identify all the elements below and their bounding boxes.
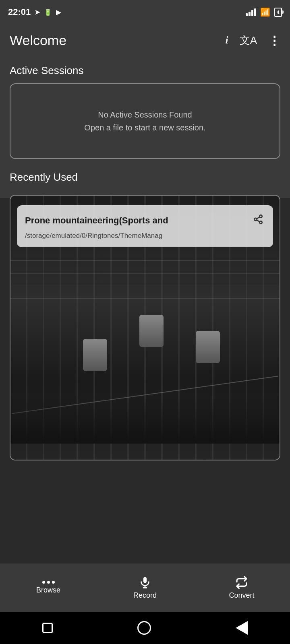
share-icon (253, 214, 263, 225)
status-time-area: 22:01 ➤ 🔋 ▶ (8, 7, 61, 17)
browse-nav-item[interactable]: Browse (0, 577, 97, 599)
recents-button[interactable] (42, 623, 53, 633)
more-options-icon: ⋮ (268, 33, 280, 47)
active-sessions-title: Active Sessions (10, 64, 280, 77)
translate-button[interactable]: 文A (240, 33, 257, 47)
translate-icon: 文A (240, 33, 257, 47)
no-sessions-line1: No Active Sessions Found (19, 108, 271, 121)
wifi-icon: 📶 (260, 7, 270, 17)
no-sessions-line2: Open a file to start a new session. (19, 121, 271, 134)
microphone-icon (139, 576, 151, 589)
back-icon (236, 621, 248, 635)
convert-nav-item[interactable]: Convert (193, 572, 290, 604)
home-button[interactable] (137, 621, 151, 635)
svg-point-1 (254, 218, 257, 221)
convert-icon (235, 576, 248, 589)
fader-knob-1 (83, 339, 107, 371)
status-right-icons: 📶 4 (246, 7, 282, 17)
fader-knob-3 (196, 331, 220, 363)
signal-bars-icon (246, 8, 256, 16)
fader-knob-2 (139, 315, 164, 347)
app-title: Welcome (10, 33, 66, 48)
svg-rect-5 (143, 577, 147, 583)
convert-label: Convert (229, 591, 254, 600)
item-title: Prone mountaineering(Sports and (25, 215, 251, 226)
recently-used-section: Prone mountaineering(Sports and /storage… (10, 195, 280, 460)
record-label: Record (133, 591, 157, 600)
recently-used-item[interactable]: Prone mountaineering(Sports and /storage… (17, 205, 273, 247)
active-sessions-box: No Active Sessions Found Open a file to … (10, 83, 280, 159)
bottom-navigation: Browse Record Convert (0, 564, 290, 612)
svg-line-4 (257, 217, 259, 219)
item-header: Prone mountaineering(Sports and (25, 213, 265, 229)
browse-icon (42, 581, 55, 584)
more-options-button[interactable]: ⋮ (268, 33, 280, 47)
app-bar-actions: i 文A ⋮ (225, 33, 280, 47)
status-bar: 22:01 ➤ 🔋 ▶ 📶 4 (0, 0, 290, 24)
record-nav-item[interactable]: Record (97, 572, 193, 604)
home-icon (137, 621, 151, 635)
recents-icon (42, 623, 53, 633)
svg-point-2 (259, 221, 262, 224)
browse-label: Browse (36, 586, 60, 594)
info-button[interactable]: i (225, 34, 228, 46)
back-button[interactable] (236, 621, 248, 635)
share-button[interactable] (251, 213, 265, 229)
status-time: 22:01 (8, 7, 31, 17)
info-icon: i (225, 34, 228, 46)
youtube-icon: ▶ (56, 8, 61, 16)
app-bar: Welcome i 文A ⋮ (0, 24, 290, 56)
battery-saver-icon: 🔋 (44, 8, 52, 16)
battery-icon: 4 (274, 8, 282, 17)
system-nav-bar (0, 612, 290, 644)
no-sessions-text: No Active Sessions Found Open a file to … (19, 108, 271, 134)
item-path: /storage/emulated/0/Ringtones/ThemeManag (25, 232, 265, 240)
recently-used-card: Prone mountaineering(Sports and /storage… (10, 195, 280, 460)
main-content: Active Sessions No Active Sessions Found… (0, 56, 290, 198)
nav-arrow-icon: ➤ (35, 8, 40, 16)
recently-used-title: Recently Used (10, 171, 280, 184)
svg-line-3 (257, 220, 259, 222)
svg-point-0 (259, 215, 262, 218)
